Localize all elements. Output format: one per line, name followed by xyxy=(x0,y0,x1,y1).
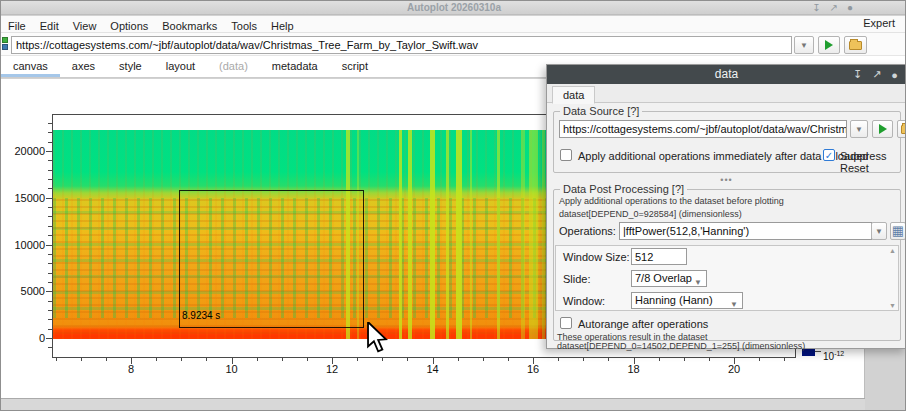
x-axis-tick-label: 10 xyxy=(225,363,237,375)
play-icon xyxy=(825,40,833,50)
tick-mark xyxy=(684,358,685,361)
chevron-down-icon: ▼ xyxy=(855,125,863,134)
tab-metadata[interactable]: metadata xyxy=(260,57,330,74)
tick-mark xyxy=(48,226,52,227)
window-size-input[interactable]: 512 xyxy=(631,248,687,265)
tick-mark xyxy=(48,263,52,264)
operations-label: Operations: xyxy=(559,225,616,237)
tick-mark xyxy=(709,358,710,361)
tick-mark xyxy=(407,358,408,361)
menu-bar: FileEditViewOptionsBookmarksToolsHelp xyxy=(1,16,906,33)
scroll-down-icon[interactable]: ▼ xyxy=(889,302,896,309)
suppress-reset-checkbox[interactable] xyxy=(823,149,835,161)
tick-mark xyxy=(48,254,52,255)
tick-mark xyxy=(458,358,459,361)
chevron-down-icon: ▼ xyxy=(730,297,738,312)
tick-mark xyxy=(206,358,207,361)
close-icon[interactable]: ● xyxy=(847,1,853,15)
tab-canvas[interactable]: canvas xyxy=(1,57,60,77)
tick-mark xyxy=(357,358,358,361)
tab-script[interactable]: script xyxy=(330,57,380,74)
tick-mark xyxy=(48,216,52,217)
tick-mark xyxy=(181,358,182,361)
tick-mark xyxy=(56,358,57,361)
tick-mark xyxy=(48,329,52,330)
status-bar xyxy=(1,398,865,411)
dialog-titlebar[interactable]: data ↧ ↗ ● xyxy=(547,65,906,84)
tab-axes[interactable]: axes xyxy=(60,57,107,74)
apply-immediately-checkbox[interactable] xyxy=(560,149,572,161)
tick-mark xyxy=(48,301,52,302)
grid-icon: ▦ xyxy=(892,224,904,238)
play-icon xyxy=(879,124,887,134)
chevron-down-icon: ▼ xyxy=(694,275,702,290)
tick-mark xyxy=(759,358,760,361)
tick-mark xyxy=(46,151,52,152)
tab-style[interactable]: style xyxy=(107,57,154,74)
autoplot-window: Autoplot 20260310a ↧ ↗ ● FileEditViewOpt… xyxy=(0,0,906,411)
dialog-url-dropdown-button[interactable]: ▼ xyxy=(850,120,868,138)
y-axis-tick-label: 5000 xyxy=(5,285,45,297)
tick-mark xyxy=(48,235,52,236)
operations-input[interactable]: |fftPower(512,8,'Hanning') xyxy=(619,222,872,240)
tick-mark xyxy=(156,358,157,361)
tick-mark xyxy=(583,358,584,361)
y-axis-tick-label: 0 xyxy=(5,332,45,344)
tick-mark xyxy=(48,179,52,180)
suppress-reset-label: Suppress Reset xyxy=(840,150,906,174)
tick-mark xyxy=(483,358,484,361)
address-dropdown-button[interactable]: ▼ xyxy=(794,36,814,54)
window-label: Window: xyxy=(563,295,605,307)
tick-mark xyxy=(48,273,52,274)
scroll-up-icon[interactable]: ▲ xyxy=(889,247,896,254)
tick-mark xyxy=(48,160,52,161)
tick-mark xyxy=(508,358,509,361)
selection-annotation: 8.9234 s xyxy=(182,310,220,321)
address-input[interactable]: https://cottagesystems.com/~jbf/autoplot… xyxy=(11,36,792,54)
tick-mark xyxy=(307,358,308,361)
data-source-group-label: Data Source [?] xyxy=(560,105,642,117)
window-titlebar: Autoplot 20260310a xyxy=(1,1,906,15)
expert-mode-label[interactable]: Expert xyxy=(863,17,895,29)
dialog-close-icon[interactable]: ● xyxy=(891,69,898,81)
dialog-tab-strip: data xyxy=(547,84,906,103)
tab-data[interactable]: (data) xyxy=(207,57,260,74)
tick-mark xyxy=(48,347,52,348)
folder-icon xyxy=(901,125,906,134)
x-axis-tick-label: 14 xyxy=(426,363,438,375)
x-axis-tick-label: 8 xyxy=(128,363,134,375)
window-controls: ↧ ↗ ● xyxy=(812,1,853,15)
selection-box: 8.9234 s xyxy=(179,190,364,328)
dialog-maximize-icon[interactable]: ↗ xyxy=(872,68,881,81)
tick-mark xyxy=(48,188,52,189)
dialog-open-file-button[interactable] xyxy=(897,120,906,138)
tick-mark xyxy=(784,358,785,361)
operations-editor-button[interactable]: ▦ xyxy=(890,222,906,240)
window-select[interactable]: Hanning (Hann) ▼ xyxy=(631,292,743,309)
tick-mark xyxy=(48,132,52,133)
dialog-url-input[interactable]: https://cottagesystems.com/~jbf/autoplot… xyxy=(559,120,847,138)
open-file-button[interactable] xyxy=(844,36,867,54)
tick-mark xyxy=(46,198,52,199)
dialog-go-button[interactable] xyxy=(872,120,893,138)
chevron-down-icon: ▼ xyxy=(800,41,808,50)
slide-select[interactable]: 7/8 Overlap ▼ xyxy=(631,270,707,287)
tick-mark xyxy=(558,358,559,361)
x-axis-tick-label: 12 xyxy=(326,363,338,375)
tick-mark xyxy=(48,207,52,208)
datasource-type-icon xyxy=(2,37,9,51)
post-processing-group-label: Data Post Processing [?] xyxy=(560,183,687,195)
dialog-dock-icon[interactable]: ↧ xyxy=(853,68,862,81)
tick-mark xyxy=(257,358,258,361)
dialog-tab-data[interactable]: data xyxy=(552,86,595,104)
dock-icon[interactable]: ↧ xyxy=(812,1,820,15)
tick-mark xyxy=(46,338,52,339)
operations-dropdown-button[interactable]: ▼ xyxy=(871,222,887,240)
go-button[interactable] xyxy=(818,36,840,54)
tab-layout[interactable]: layout xyxy=(154,57,207,74)
x-axis-tick-label: 18 xyxy=(627,363,639,375)
tick-mark xyxy=(48,170,52,171)
autorange-checkbox[interactable] xyxy=(560,317,572,329)
maximize-icon[interactable]: ↗ xyxy=(830,1,838,15)
tick-mark xyxy=(282,358,283,361)
